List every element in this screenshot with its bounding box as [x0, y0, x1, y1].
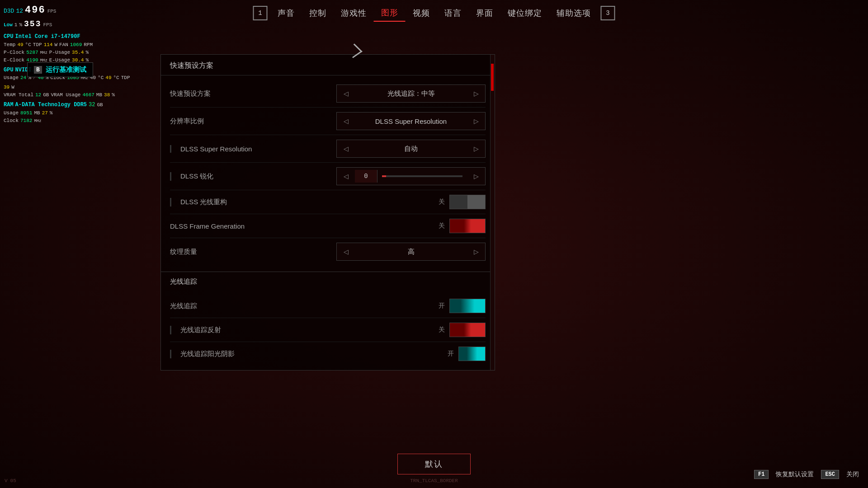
vram-total-label: VRAM Total — [4, 91, 33, 99]
vram-usage-label: VRAM Usage — [51, 91, 80, 99]
gpu-temp2: 49 — [105, 74, 111, 82]
nav-item-graphics[interactable]: 图形 — [374, 5, 406, 22]
dlss-sr-left-btn[interactable]: ◁ — [337, 140, 355, 157]
nav-item-ui[interactable]: 界面 — [469, 5, 500, 21]
tdp-val: 114 — [44, 41, 53, 49]
nav-item-gameplay[interactable]: 游戏性 — [334, 5, 374, 21]
quick-preset-right-btn[interactable]: ▷ — [467, 85, 485, 102]
quick-preset-row: 快速预设方案 ◁ 光线追踪：中等 ▷ — [170, 80, 486, 108]
dlss-sr-right-btn[interactable]: ▷ — [467, 140, 485, 157]
pusage-val: 35.4 — [72, 49, 84, 56]
vram-usage-unit: MB — [96, 91, 102, 99]
d3d-label: D3D — [4, 7, 14, 16]
default-button[interactable]: 默认 — [397, 454, 471, 474]
ram-pct-unit: % — [50, 109, 53, 117]
fan-label: FAN — [59, 41, 68, 49]
ram-label: RAM — [4, 101, 14, 109]
top-nav: 1 声音 控制 游戏性 图形 视频 语言 界面 键位绑定 辅助选项 3 — [250, 5, 618, 22]
low-label: Low — [4, 21, 13, 29]
dlss-sharp-left-btn[interactable]: ◁ — [337, 168, 355, 185]
fps-label: FPS — [47, 8, 57, 15]
resolution-right-btn[interactable]: ▷ — [467, 113, 485, 130]
benchmark-text: 运行基准测试 — [46, 66, 86, 74]
rt-reflect-row: 光线追踪反射 关 — [170, 318, 486, 342]
dlss-sharp-track[interactable] — [382, 175, 462, 177]
vram-usage-val: 4667 — [82, 91, 94, 99]
dlss-recon-label: DLSS 光线重构 — [170, 198, 227, 206]
dlss-fg-toggle[interactable] — [449, 219, 486, 233]
bottom-right-controls: F1 恢复默认设置 ESC 关闭 — [754, 470, 859, 479]
dlss-fg-state: 关 — [439, 222, 445, 230]
fps-main: 496 — [25, 3, 46, 18]
dlss-recon-toggle[interactable] — [449, 195, 486, 209]
resolution-control: ◁ DLSS Super Resolution ▷ — [336, 112, 486, 130]
f1-key-badge: F1 — [754, 470, 769, 479]
nav-badge-2: 3 — [601, 6, 615, 20]
settings-content: 快速预设方案 ◁ 光线追踪：中等 ▷ 分辨率比例 ◁ DLSS Super Re… — [161, 75, 495, 270]
nav-item-sound[interactable]: 声音 — [270, 5, 302, 21]
dlss-sharp-num: 0 — [355, 170, 377, 183]
tdp-unit: W — [54, 41, 57, 49]
pusage-label: P-Usage — [49, 49, 70, 56]
clock2-label: Clock — [4, 117, 19, 125]
bottom-bar: 默认 — [0, 454, 868, 474]
nav-item-language[interactable]: 语言 — [437, 5, 469, 21]
rt-shadow-state: 开 — [448, 350, 454, 358]
scroll-thumb — [491, 64, 494, 91]
dlss-sr-label: DLSS Super Resolution — [170, 145, 252, 153]
rt-toggle[interactable] — [449, 299, 486, 313]
nav-item-accessibility[interactable]: 辅助选项 — [549, 5, 598, 21]
scroll-bar[interactable] — [490, 55, 495, 370]
pclock-unit: MHz — [40, 50, 47, 56]
ram-size: 32 — [89, 101, 95, 109]
bottom-left-version: V 05 — [5, 478, 16, 483]
tdp-label: TDP — [33, 41, 42, 49]
texture-label: 纹理质量 — [170, 248, 197, 256]
esc-action: 关闭 — [846, 470, 859, 479]
rt-reflect-label: 光线追踪反射 — [170, 326, 221, 334]
resolution-left-btn[interactable]: ◁ — [337, 113, 355, 130]
texture-left-btn[interactable]: ◁ — [337, 243, 355, 260]
raytracing-section-header: 光线追踪 — [161, 272, 495, 290]
quick-preset-left-btn[interactable]: ◁ — [337, 85, 355, 102]
texture-right-btn[interactable]: ▷ — [467, 243, 485, 260]
fan-unit: RPM — [84, 41, 93, 49]
dlss-sharp-control: ◁ 0 ▷ — [336, 167, 486, 185]
rt-shadow-label: 光线追踪阳光阴影 — [170, 350, 235, 358]
vram-pct: 38 — [104, 91, 110, 99]
dlss-sr-value: 自动 — [355, 145, 467, 153]
dlss-recon-state: 关 — [439, 198, 445, 206]
rt-row: 光线追踪 开 — [170, 294, 486, 318]
low-fps-label: FPS — [43, 21, 52, 29]
clock2-unit: MHz — [34, 118, 41, 125]
gpu-usage-val: 24 — [20, 74, 26, 82]
quick-preset-label: 快速预设方案 — [170, 89, 211, 98]
settings-panel: 快速预设方案 快速预设方案 ◁ 光线追踪：中等 ▷ 分辨率比例 ◁ DLSS S… — [160, 54, 495, 371]
nav-item-video[interactable]: 视频 — [406, 5, 437, 21]
gpu-label: GPU — [4, 66, 14, 75]
rt-shadow-toggle[interactable] — [458, 347, 486, 361]
ram-unit: GB — [97, 101, 103, 109]
rt-label: 光线追踪 — [170, 302, 197, 310]
dlss-sharp-right-btn[interactable]: ▷ — [467, 168, 485, 185]
nav-item-keybinding[interactable]: 键位绑定 — [500, 5, 549, 21]
dlss-sharp-row: DLSS 锐化 ◁ 0 ▷ — [170, 163, 486, 190]
benchmark-tooltip: B 运行基准测试 — [27, 62, 93, 77]
vram-total-unit: GB — [43, 91, 49, 99]
ram-name: A-DATA Technology DDR5 — [15, 101, 87, 109]
nav-item-control[interactable]: 控制 — [302, 5, 334, 21]
bottom-version: TRN_TLCAS_BORDER — [410, 478, 458, 483]
pclock-label: P-Clock — [4, 49, 24, 56]
pusage-unit: % — [85, 49, 89, 56]
esc-key-badge: ESC — [821, 470, 839, 479]
rt-reflect-toggle-control: 关 — [439, 323, 486, 337]
rt-reflect-toggle[interactable] — [449, 323, 486, 337]
clock2-val: 7182 — [20, 117, 32, 125]
cpu-name: Intel Core i7-14790F — [15, 33, 80, 41]
ram-usage-unit: MB — [34, 109, 40, 117]
resolution-value: DLSS Super Resolution — [355, 117, 467, 125]
raytracing-content: 光线追踪 开 光线追踪反射 关 光线追踪阳光阴影 开 — [161, 290, 495, 370]
gpu-usage-label: Usage — [4, 74, 19, 82]
quick-preset-section-header: 快速预设方案 — [161, 55, 495, 75]
d3d-num: 12 — [16, 7, 23, 16]
